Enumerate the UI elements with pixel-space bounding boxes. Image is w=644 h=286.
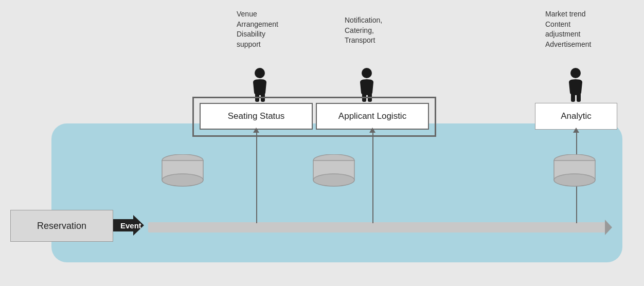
analytic-box: Analytic — [535, 103, 617, 130]
event-arrow: Event — [113, 215, 144, 236]
reservation-box: Reservation — [10, 210, 113, 242]
svg-rect-1 — [255, 93, 259, 102]
svg-point-3 — [362, 68, 372, 78]
applicant-vert-line — [372, 130, 373, 223]
svg-rect-2 — [261, 93, 265, 102]
database1-icon — [159, 154, 206, 188]
applicant-logistic-box: Applicant Logistic — [316, 103, 429, 130]
person1-label: VenueArrangementDisabilitysupport — [237, 9, 278, 49]
svg-rect-8 — [577, 93, 581, 102]
diagram-container: Reservation Event VenueArrangementDisabi… — [0, 0, 644, 286]
seating-status-box: Seating Status — [200, 103, 313, 130]
seating-arrow-up — [253, 128, 259, 133]
svg-rect-7 — [571, 93, 575, 102]
person2-label: Notification,Catering,Transport — [345, 15, 382, 46]
applicant-logistic-label: Applicant Logistic — [338, 111, 406, 121]
seating-vert-line — [256, 130, 257, 223]
analytic-arrow-up — [573, 128, 579, 133]
database2-icon — [311, 154, 357, 188]
person3-label: Market trendContentadjustmentAdvertiseme… — [545, 9, 591, 49]
svg-point-0 — [255, 68, 265, 78]
svg-point-17 — [554, 174, 595, 186]
person3-icon — [562, 67, 590, 105]
svg-rect-4 — [362, 93, 366, 102]
event-arrow-shape: Event — [113, 215, 144, 236]
seating-status-label: Seating Status — [228, 111, 285, 121]
database3-icon — [551, 154, 598, 188]
svg-point-14 — [313, 174, 354, 186]
person1-icon — [246, 67, 274, 105]
event-arrow-label: Event — [120, 221, 141, 230]
event-bus-line — [148, 222, 606, 233]
svg-point-11 — [162, 174, 203, 186]
analytic-label: Analytic — [561, 111, 592, 121]
blue-area — [51, 123, 622, 262]
reservation-label: Reservation — [37, 221, 86, 231]
applicant-arrow-up — [369, 128, 375, 133]
person2-icon — [353, 67, 381, 105]
svg-rect-5 — [368, 93, 372, 102]
svg-point-6 — [570, 68, 581, 78]
